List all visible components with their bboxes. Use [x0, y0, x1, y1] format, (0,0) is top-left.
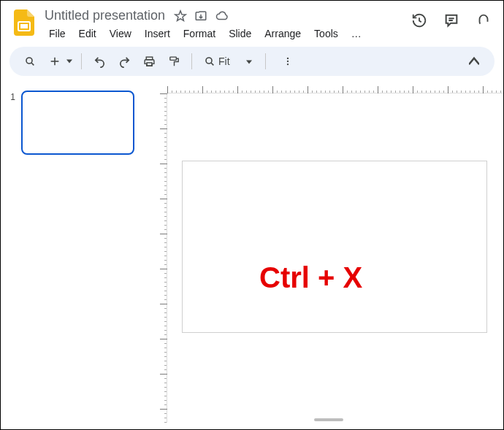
ruler-horizontal[interactable]: [167, 82, 503, 93]
redo-button[interactable]: [114, 51, 134, 72]
comments-icon[interactable]: [443, 12, 459, 28]
search-menus-icon[interactable]: [20, 51, 40, 72]
cloud-status-icon[interactable]: [215, 9, 229, 23]
menubar: File Edit View Insert Format Slide Arran…: [43, 23, 411, 47]
move-icon[interactable]: [194, 9, 207, 23]
svg-rect-10: [169, 57, 176, 60]
canvas[interactable]: Ctrl + X: [167, 93, 503, 423]
speaker-notes-handle[interactable]: [314, 418, 343, 421]
menu-format[interactable]: Format: [177, 25, 221, 42]
undo-button[interactable]: [89, 51, 110, 72]
menu-slide[interactable]: Slide: [223, 25, 257, 42]
toolbar: Fit: [9, 47, 495, 76]
svg-point-14: [287, 61, 289, 62]
print-button[interactable]: [139, 51, 159, 72]
canvas-area: Ctrl + X: [154, 82, 503, 423]
svg-rect-1: [20, 24, 28, 28]
history-icon[interactable]: [411, 12, 427, 28]
collapse-toolbar-button[interactable]: [464, 51, 484, 72]
header: Untitled presentation File Edit View Ins…: [1, 1, 503, 47]
menu-insert[interactable]: Insert: [139, 25, 176, 42]
title-area: Untitled presentation File Edit View Ins…: [43, 5, 411, 47]
toolbar-separator: [265, 53, 266, 69]
document-title[interactable]: Untitled presentation: [45, 8, 165, 23]
zoom-icon: [204, 55, 215, 67]
slide[interactable]: [182, 161, 487, 333]
menu-arrange[interactable]: Arrange: [259, 25, 307, 42]
menu-file[interactable]: File: [43, 25, 72, 42]
filmstrip[interactable]: 1: [1, 82, 154, 423]
paint-format-button[interactable]: [164, 51, 184, 72]
menu-view[interactable]: View: [104, 25, 137, 42]
star-icon[interactable]: [174, 9, 187, 23]
menu-more[interactable]: …: [345, 25, 367, 42]
slide-thumbnail[interactable]: [21, 91, 134, 155]
ruler-vertical[interactable]: [154, 93, 167, 423]
toolbar-separator: [191, 53, 192, 69]
notifications-icon[interactable]: [476, 12, 492, 28]
more-tools-button[interactable]: [278, 51, 298, 72]
toolbar-separator: [81, 53, 82, 69]
menu-tools[interactable]: Tools: [308, 25, 344, 42]
slide-number: 1: [8, 91, 15, 102]
svg-line-5: [31, 63, 34, 65]
chevron-down-icon: [246, 55, 252, 67]
menu-edit[interactable]: Edit: [73, 25, 102, 42]
svg-rect-9: [146, 62, 151, 65]
svg-point-11: [206, 58, 212, 64]
app-logo[interactable]: [9, 8, 39, 37]
svg-point-4: [26, 58, 32, 64]
svg-line-12: [211, 63, 213, 65]
zoom-selector[interactable]: Fit: [199, 55, 258, 67]
slide-thumbnail-row[interactable]: 1: [8, 91, 147, 155]
zoom-label: Fit: [218, 55, 230, 67]
workspace: 1 Ctrl + X: [1, 82, 503, 423]
svg-point-15: [287, 64, 289, 65]
svg-point-13: [287, 58, 289, 59]
new-slide-button[interactable]: [45, 51, 65, 72]
new-slide-dropdown-icon[interactable]: [65, 58, 74, 64]
